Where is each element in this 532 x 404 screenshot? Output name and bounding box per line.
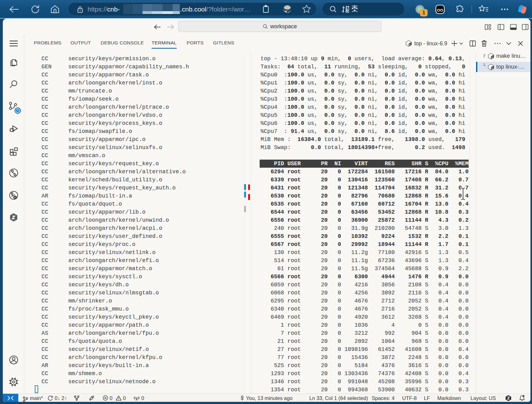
svg-text:$: $	[492, 57, 493, 59]
svg-text:$: $	[409, 44, 411, 46]
svg-text:$: $	[492, 67, 493, 70]
